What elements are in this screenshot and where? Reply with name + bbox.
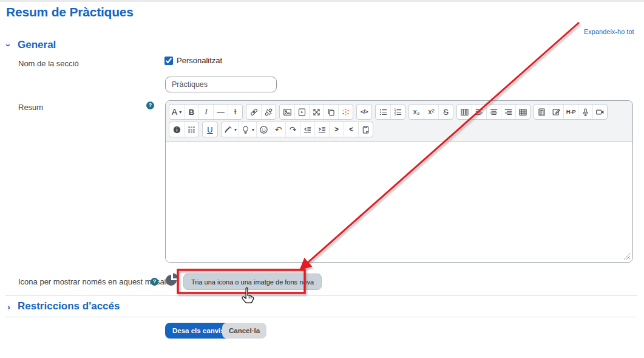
toolbar-button-dash[interactable]: — (213, 105, 228, 119)
toolbar-button-emoticon[interactable] (256, 122, 271, 137)
generico-icon (341, 108, 350, 117)
align-left-icon (475, 108, 484, 117)
svg-text:3: 3 (395, 112, 396, 115)
toolbar-button-html-code[interactable]: </> (357, 105, 371, 119)
toolbar-group (246, 104, 276, 120)
dropdown-caret-icon: ▾ (252, 127, 254, 133)
redo-icon: ↷ (290, 125, 297, 134)
toolbar-button-redo[interactable]: ↷ (285, 122, 300, 137)
toolbar-group: 123 (375, 104, 405, 120)
toolbar-row-1: A▾BI—Ɨ</>123x₂x²SH-P (169, 104, 629, 120)
divider (5, 295, 637, 296)
toolbar-button-columns[interactable] (457, 105, 472, 119)
font-styles-icon: A (172, 108, 177, 116)
section-header-general[interactable]: › General (7, 39, 56, 51)
cancel-button[interactable]: Cancel·la (222, 323, 266, 339)
toolbar-button-align-center[interactable] (486, 105, 501, 119)
toolbar-button-link[interactable] (246, 105, 261, 119)
toolbar-button-unordered-list[interactable] (376, 105, 390, 119)
editor-content-area[interactable] (166, 142, 632, 262)
widget-icon (552, 108, 561, 117)
resize-handle[interactable] (623, 253, 631, 260)
toolbar-button-highlight[interactable]: ▾ (239, 122, 256, 137)
emoticon-icon (259, 125, 268, 134)
top-divider (0, 0, 644, 2)
help-icon[interactable]: ? (146, 102, 154, 109)
link-icon (249, 108, 259, 117)
summary-editor: A▾BI—Ɨ</>123x₂x²SH-P U▾▾↶↷>< (165, 100, 633, 263)
toolbar-button-drag-move[interactable] (309, 105, 324, 119)
editor-toolbar: A▾BI—Ɨ</>123x₂x²SH-P U▾▾↶↷>< (166, 101, 632, 142)
toolbar-group (169, 122, 199, 137)
accessibility-checker-icon (172, 125, 181, 134)
outdent-icon (303, 125, 312, 134)
section-title-restrictions: Restriccions d'accés (18, 300, 120, 312)
section-name-input[interactable] (165, 77, 277, 92)
text-color-icon (223, 125, 232, 134)
record-video-icon (595, 108, 605, 117)
italic-icon: I (205, 108, 208, 116)
toolbar-group: </> (356, 104, 372, 120)
toolbar-button-paste[interactable] (358, 122, 373, 137)
underline-icon: U (207, 126, 212, 134)
toolbar-button-media[interactable] (294, 105, 309, 119)
toolbar-button-text-color[interactable]: ▾ (222, 122, 239, 137)
toolbar-group (279, 104, 353, 120)
align-center-icon (489, 108, 498, 117)
customized-checkbox-label: Personalitzat (177, 56, 222, 65)
divider (5, 317, 637, 317)
help-icon[interactable]: ? (151, 278, 158, 286)
copy-icon (327, 108, 336, 117)
section-title-general: General (18, 39, 56, 51)
toolbar-button-screenreader-helper[interactable] (184, 122, 198, 137)
toolbar-button-unlink[interactable] (261, 105, 276, 119)
toolbar-button-align-right[interactable] (501, 105, 515, 119)
toolbar-button-table[interactable] (515, 105, 530, 119)
media-icon (297, 108, 307, 117)
columns-icon (460, 108, 469, 117)
toolbar-button-widget[interactable] (549, 105, 563, 119)
toolbar-button-outdent[interactable] (300, 122, 314, 137)
undo-icon: ↶ (275, 125, 282, 134)
calculator-icon (537, 108, 546, 117)
record-audio-icon (581, 108, 590, 117)
toolbar-button-subscript[interactable]: x₂ (409, 105, 424, 119)
toolbar-button-record-video[interactable] (592, 105, 607, 119)
toolbar-button-superscript[interactable]: x² (424, 105, 438, 119)
toolbar-button-text-cursor[interactable]: Ɨ (228, 105, 242, 119)
dash-icon: — (217, 108, 225, 116)
toolbar-button-indent[interactable] (314, 122, 329, 137)
toolbar-group: U (202, 122, 218, 137)
toolbar-button-image[interactable] (280, 105, 294, 119)
toolbar-button-underline[interactable]: U (203, 122, 217, 137)
toolbar-button-generico[interactable] (338, 105, 353, 119)
toolbar-button-bold[interactable]: B (184, 105, 198, 119)
choose-icon-button[interactable]: Tria una icona o una imatge de fons nova (183, 274, 322, 290)
ltr-icon: < (349, 126, 353, 133)
toolbar-button-h5p[interactable]: H-P (563, 105, 578, 119)
expand-all-link[interactable]: Expandeix-ho tot (584, 28, 634, 35)
toolbar-button-undo[interactable]: ↶ (271, 122, 285, 137)
indent-icon (317, 125, 327, 134)
customized-checkbox[interactable] (164, 57, 173, 65)
section-header-restrictions[interactable]: › Restriccions d'accés (7, 300, 120, 312)
toolbar-button-ordered-list[interactable]: 123 (390, 105, 405, 119)
screenreader-helper-icon (187, 125, 196, 134)
toolbar-button-font-styles[interactable]: A▾ (169, 105, 184, 119)
toolbar-button-italic[interactable]: I (198, 105, 213, 119)
toolbar-button-record-audio[interactable] (578, 105, 592, 119)
toolbar-group: H-P (534, 104, 608, 120)
toolbar-button-copy[interactable] (324, 105, 338, 119)
toolbar-button-align-left[interactable] (472, 105, 486, 119)
chevron-down-icon: › (4, 44, 13, 47)
toolbar-button-calculator[interactable] (534, 105, 549, 119)
paste-icon (361, 125, 370, 134)
toolbar-button-ltr[interactable]: < (344, 122, 358, 137)
toolbar-row-2: U▾▾↶↷>< (169, 122, 629, 137)
toolbar-button-rtl[interactable]: > (329, 122, 344, 137)
dropdown-caret-icon: ▾ (179, 109, 181, 115)
toolbar-button-strikethrough[interactable]: S (438, 105, 453, 119)
image-icon (283, 108, 292, 117)
toolbar-button-accessibility-checker[interactable] (169, 122, 184, 137)
highlight-icon (241, 125, 250, 134)
